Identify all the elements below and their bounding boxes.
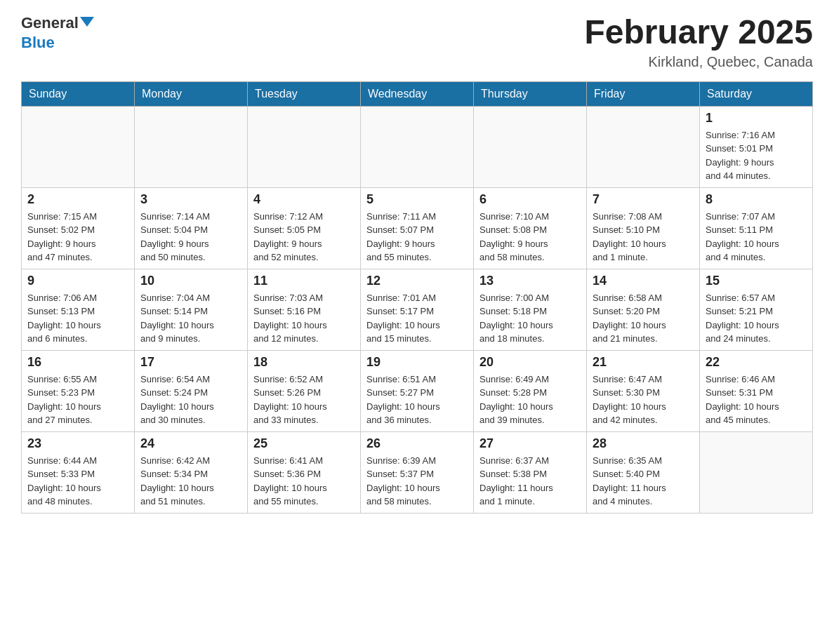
day-number: 16 xyxy=(27,355,128,370)
header-wednesday: Wednesday xyxy=(361,81,474,106)
calendar-cell: 14Sunrise: 6:58 AM Sunset: 5:20 PM Dayli… xyxy=(587,269,700,350)
day-number: 20 xyxy=(479,355,581,370)
logo-arrow-icon xyxy=(80,17,94,27)
calendar-cell: 27Sunrise: 6:37 AM Sunset: 5:38 PM Dayli… xyxy=(474,431,587,513)
calendar-cell: 16Sunrise: 6:55 AM Sunset: 5:23 PM Dayli… xyxy=(22,350,135,431)
header-saturday: Saturday xyxy=(700,81,813,106)
location: Kirkland, Quebec, Canada xyxy=(584,54,813,70)
day-number: 15 xyxy=(706,274,807,288)
calendar-cell: 3Sunrise: 7:14 AM Sunset: 5:04 PM Daylig… xyxy=(135,187,248,269)
logo: General Blue xyxy=(21,14,95,52)
calendar-cell xyxy=(587,106,700,187)
calendar-cell: 17Sunrise: 6:54 AM Sunset: 5:24 PM Dayli… xyxy=(135,350,248,431)
calendar-cell: 10Sunrise: 7:04 AM Sunset: 5:14 PM Dayli… xyxy=(135,269,248,350)
calendar-cell: 1Sunrise: 7:16 AM Sunset: 5:01 PM Daylig… xyxy=(700,106,813,187)
header-monday: Monday xyxy=(135,81,248,106)
calendar-cell: 9Sunrise: 7:06 AM Sunset: 5:13 PM Daylig… xyxy=(22,269,135,350)
day-number: 12 xyxy=(366,274,468,288)
calendar-cell: 8Sunrise: 7:07 AM Sunset: 5:11 PM Daylig… xyxy=(700,187,813,269)
day-info: Sunrise: 7:08 AM Sunset: 5:10 PM Dayligh… xyxy=(593,210,694,264)
week-row-3: 9Sunrise: 7:06 AM Sunset: 5:13 PM Daylig… xyxy=(22,269,813,350)
day-number: 5 xyxy=(366,192,468,207)
calendar-cell: 24Sunrise: 6:42 AM Sunset: 5:34 PM Dayli… xyxy=(135,431,248,513)
day-info: Sunrise: 7:01 AM Sunset: 5:17 PM Dayligh… xyxy=(366,291,468,346)
day-number: 10 xyxy=(140,274,241,288)
day-number: 6 xyxy=(479,192,581,207)
calendar-cell: 15Sunrise: 6:57 AM Sunset: 5:21 PM Dayli… xyxy=(700,269,813,350)
day-info: Sunrise: 7:10 AM Sunset: 5:08 PM Dayligh… xyxy=(479,210,581,264)
day-number: 24 xyxy=(140,436,241,451)
day-number: 21 xyxy=(593,355,694,370)
calendar-cell: 6Sunrise: 7:10 AM Sunset: 5:08 PM Daylig… xyxy=(474,187,587,269)
calendar-cell: 5Sunrise: 7:11 AM Sunset: 5:07 PM Daylig… xyxy=(361,187,474,269)
day-info: Sunrise: 7:16 AM Sunset: 5:01 PM Dayligh… xyxy=(706,128,807,183)
day-info: Sunrise: 6:57 AM Sunset: 5:21 PM Dayligh… xyxy=(706,291,807,346)
day-info: Sunrise: 7:00 AM Sunset: 5:18 PM Dayligh… xyxy=(479,291,581,346)
day-info: Sunrise: 6:58 AM Sunset: 5:20 PM Dayligh… xyxy=(593,291,694,346)
day-number: 28 xyxy=(593,436,694,451)
day-number: 9 xyxy=(27,274,128,288)
day-info: Sunrise: 7:06 AM Sunset: 5:13 PM Dayligh… xyxy=(27,291,128,346)
calendar-cell xyxy=(22,106,135,187)
day-number: 25 xyxy=(253,436,355,451)
title-area: February 2025 Kirkland, Quebec, Canada xyxy=(584,14,813,70)
day-info: Sunrise: 6:39 AM Sunset: 5:37 PM Dayligh… xyxy=(366,454,468,509)
day-info: Sunrise: 6:54 AM Sunset: 5:24 PM Dayligh… xyxy=(140,373,241,427)
day-number: 18 xyxy=(253,355,355,370)
calendar-cell: 4Sunrise: 7:12 AM Sunset: 5:05 PM Daylig… xyxy=(248,187,361,269)
calendar-cell: 22Sunrise: 6:46 AM Sunset: 5:31 PM Dayli… xyxy=(700,350,813,431)
logo-blue: Blue xyxy=(21,34,55,51)
calendar-cell xyxy=(700,431,813,513)
day-number: 27 xyxy=(479,436,581,451)
calendar-cell xyxy=(135,106,248,187)
page-header: General Blue February 2025 Kirkland, Que… xyxy=(21,14,813,70)
calendar-cell: 18Sunrise: 6:52 AM Sunset: 5:26 PM Dayli… xyxy=(248,350,361,431)
day-info: Sunrise: 6:52 AM Sunset: 5:26 PM Dayligh… xyxy=(253,373,355,427)
day-number: 17 xyxy=(140,355,241,370)
day-number: 11 xyxy=(253,274,355,288)
calendar-cell: 25Sunrise: 6:41 AM Sunset: 5:36 PM Dayli… xyxy=(248,431,361,513)
day-info: Sunrise: 6:37 AM Sunset: 5:38 PM Dayligh… xyxy=(479,454,581,509)
day-info: Sunrise: 7:03 AM Sunset: 5:16 PM Dayligh… xyxy=(253,291,355,346)
calendar-cell: 11Sunrise: 7:03 AM Sunset: 5:16 PM Dayli… xyxy=(248,269,361,350)
day-info: Sunrise: 6:49 AM Sunset: 5:28 PM Dayligh… xyxy=(479,373,581,427)
calendar-cell: 19Sunrise: 6:51 AM Sunset: 5:27 PM Dayli… xyxy=(361,350,474,431)
calendar-cell: 2Sunrise: 7:15 AM Sunset: 5:02 PM Daylig… xyxy=(22,187,135,269)
week-row-4: 16Sunrise: 6:55 AM Sunset: 5:23 PM Dayli… xyxy=(22,350,813,431)
calendar-cell: 21Sunrise: 6:47 AM Sunset: 5:30 PM Dayli… xyxy=(587,350,700,431)
day-number: 8 xyxy=(706,192,807,207)
calendar-cell: 7Sunrise: 7:08 AM Sunset: 5:10 PM Daylig… xyxy=(587,187,700,269)
calendar-cell: 20Sunrise: 6:49 AM Sunset: 5:28 PM Dayli… xyxy=(474,350,587,431)
calendar-cell: 12Sunrise: 7:01 AM Sunset: 5:17 PM Dayli… xyxy=(361,269,474,350)
calendar-cell: 23Sunrise: 6:44 AM Sunset: 5:33 PM Dayli… xyxy=(22,431,135,513)
day-info: Sunrise: 7:07 AM Sunset: 5:11 PM Dayligh… xyxy=(706,210,807,264)
calendar-cell: 26Sunrise: 6:39 AM Sunset: 5:37 PM Dayli… xyxy=(361,431,474,513)
day-number: 1 xyxy=(706,111,807,126)
day-number: 23 xyxy=(27,436,128,451)
logo-general: General xyxy=(21,14,79,32)
day-info: Sunrise: 6:51 AM Sunset: 5:27 PM Dayligh… xyxy=(366,373,468,427)
header-friday: Friday xyxy=(587,81,700,106)
header-thursday: Thursday xyxy=(474,81,587,106)
day-number: 22 xyxy=(706,355,807,370)
day-info: Sunrise: 6:44 AM Sunset: 5:33 PM Dayligh… xyxy=(27,454,128,509)
day-info: Sunrise: 6:42 AM Sunset: 5:34 PM Dayligh… xyxy=(140,454,241,509)
day-info: Sunrise: 6:55 AM Sunset: 5:23 PM Dayligh… xyxy=(27,373,128,427)
day-number: 7 xyxy=(593,192,694,207)
day-number: 14 xyxy=(593,274,694,288)
day-info: Sunrise: 7:14 AM Sunset: 5:04 PM Dayligh… xyxy=(140,210,241,264)
header-sunday: Sunday xyxy=(22,81,135,106)
day-info: Sunrise: 6:47 AM Sunset: 5:30 PM Dayligh… xyxy=(593,373,694,427)
day-number: 19 xyxy=(366,355,468,370)
day-info: Sunrise: 7:11 AM Sunset: 5:07 PM Dayligh… xyxy=(366,210,468,264)
day-number: 26 xyxy=(366,436,468,451)
calendar-table: SundayMondayTuesdayWednesdayThursdayFrid… xyxy=(21,81,813,514)
day-number: 2 xyxy=(27,192,128,207)
day-info: Sunrise: 6:41 AM Sunset: 5:36 PM Dayligh… xyxy=(253,454,355,509)
day-number: 3 xyxy=(140,192,241,207)
day-number: 4 xyxy=(253,192,355,207)
week-row-2: 2Sunrise: 7:15 AM Sunset: 5:02 PM Daylig… xyxy=(22,187,813,269)
calendar-cell: 28Sunrise: 6:35 AM Sunset: 5:40 PM Dayli… xyxy=(587,431,700,513)
calendar-cell xyxy=(474,106,587,187)
week-row-1: 1Sunrise: 7:16 AM Sunset: 5:01 PM Daylig… xyxy=(22,106,813,187)
